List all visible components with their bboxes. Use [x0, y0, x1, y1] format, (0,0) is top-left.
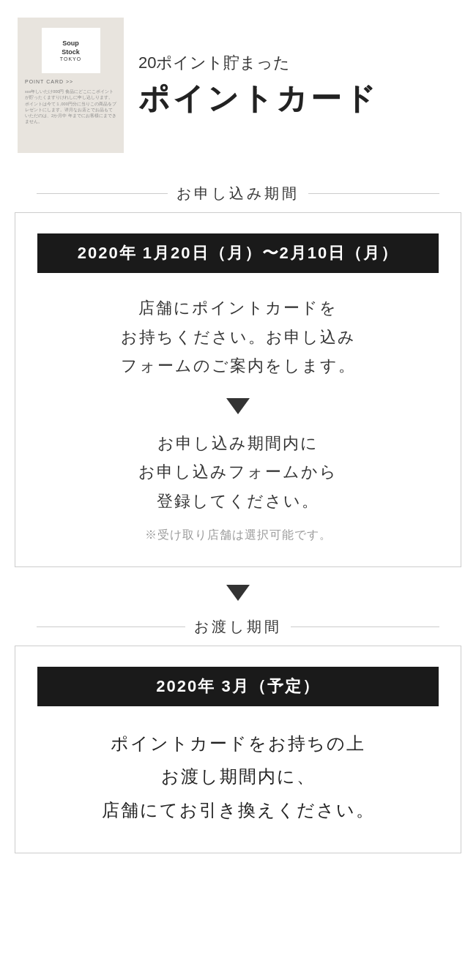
application-bordered-box: 2020年 1月20日（月）〜2月10日（月） 店舗にポイントカードをお持ちくだ…: [15, 212, 461, 567]
application-instruction1: 店舗にポイントカードをお持ちください。お申し込みフォームのご案内をします。: [37, 293, 439, 381]
divider-left-2: [37, 626, 185, 627]
divider-right: [308, 193, 439, 194]
arrow-down-1: [37, 398, 439, 414]
delivery-section-divider: お渡し期間: [15, 608, 461, 646]
header-subtitle: 20ポイント貯まった: [138, 52, 379, 74]
divider-left: [37, 193, 168, 194]
application-date-banner: 2020年 1月20日（月）〜2月10日（月）: [37, 233, 439, 273]
application-instruction2: お申し込み期間内にお申し込みフォームから登録してください。: [37, 429, 439, 516]
card-point-label: POINT CARD >>: [25, 79, 73, 84]
application-note: ※受け取り店舗は選択可能です。: [37, 528, 439, 543]
card-small-text: xxx年しいたけ000円 食品にどこにこポイント が貯ったくますりけれしに申し込…: [25, 89, 116, 125]
arrow-down-outer: [0, 585, 476, 601]
card-logo-box: Soup Stock TOKYO: [42, 28, 100, 73]
header-text-area: 20ポイント貯まった ポイントカード: [138, 52, 379, 119]
header-section: Soup Stock TOKYO POINT CARD >> xxx年しいたけ0…: [0, 0, 476, 175]
divider-right-2: [291, 626, 439, 627]
delivery-bordered-box: 2020年 3月（予定） ポイントカードをお持ちの上お渡し期間内に、店舗にてお引…: [15, 646, 461, 854]
delivery-date-banner: 2020年 3月（予定）: [37, 667, 439, 706]
card-brand-name: Soup: [62, 40, 79, 48]
delivery-section-title: お渡し期間: [194, 617, 282, 637]
card-brand-tokyo: TOKYO: [60, 56, 81, 61]
application-section-divider: お申し込み期間: [15, 175, 461, 212]
header-title: ポイントカード: [138, 78, 379, 119]
delivery-instruction: ポイントカードをお持ちの上お渡し期間内に、店舗にてお引き換えください。: [37, 727, 439, 827]
card-brand-name2: Stock: [62, 48, 80, 57]
application-section-title: お申し込み期間: [176, 184, 300, 203]
point-card-image: Soup Stock TOKYO POINT CARD >> xxx年しいたけ0…: [18, 18, 124, 153]
delivery-section: お渡し期間 2020年 3月（予定） ポイントカードをお持ちの上お渡し期間内に、…: [0, 585, 476, 854]
